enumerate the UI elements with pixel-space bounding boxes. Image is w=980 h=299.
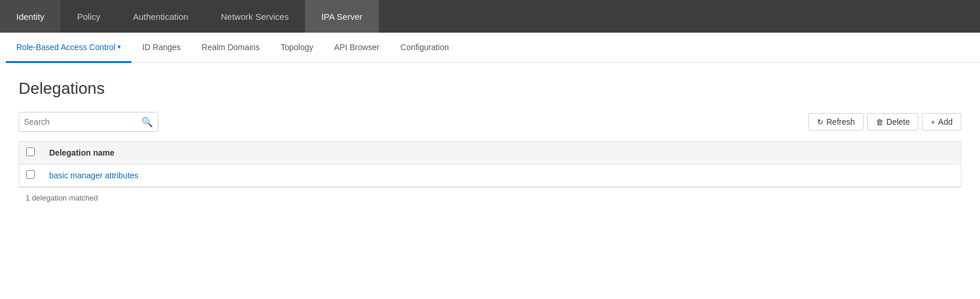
subnav-item-api-browser[interactable]: API Browser <box>324 33 390 63</box>
row-checkbox-cell <box>19 164 42 187</box>
refresh-icon: ↻ <box>817 118 823 126</box>
main-content: Delegations 🔍 ↻ Refresh 🗑 Delete + Add <box>0 63 980 224</box>
delegations-table: Delegation name basic manager attributes <box>19 141 961 187</box>
delegation-link[interactable]: basic manager attributes <box>49 171 139 180</box>
delete-label: Delete <box>886 117 910 126</box>
row-name-cell: basic manager attributes <box>42 164 961 187</box>
nav-item-policy[interactable]: Policy <box>61 0 116 33</box>
nav-label-policy: Policy <box>77 12 100 22</box>
delete-button[interactable]: 🗑 Delete <box>867 113 918 131</box>
nav-item-ipa-server[interactable]: IPA Server <box>305 0 379 33</box>
row-select-checkbox[interactable] <box>26 170 35 179</box>
nav-label-network-services: Network Services <box>221 12 289 22</box>
subnav-item-configuration[interactable]: Configuration <box>390 33 459 63</box>
top-navigation: Identity Policy Authentication Network S… <box>0 0 980 33</box>
table-footer: 1 delegation matched <box>19 187 961 208</box>
search-icon[interactable]: 🔍 <box>141 117 153 128</box>
subnav-label-topology: Topology <box>280 43 313 52</box>
column-header-name: Delegation name <box>42 142 961 164</box>
nav-label-identity: Identity <box>16 12 44 22</box>
table-header-row: Delegation name <box>19 142 961 164</box>
subnav-item-id-ranges[interactable]: ID Ranges <box>132 33 191 63</box>
subnav-label-rbac: Role-Based Access Control <box>16 43 115 52</box>
add-label: Add <box>938 117 953 126</box>
trash-icon: 🗑 <box>876 118 883 126</box>
nav-item-identity[interactable]: Identity <box>0 0 61 33</box>
action-buttons: ↻ Refresh 🗑 Delete + Add <box>808 113 961 131</box>
subnav-label-api-browser: API Browser <box>334 43 379 52</box>
subnav-item-realm-domains[interactable]: Realm Domains <box>191 33 271 63</box>
page-title: Delegations <box>19 79 961 98</box>
nav-label-authentication: Authentication <box>133 12 188 22</box>
plus-icon: + <box>931 118 935 126</box>
footer-text: 1 delegation matched <box>26 194 98 202</box>
refresh-button[interactable]: ↻ Refresh <box>808 113 864 131</box>
subnav-item-rbac[interactable]: Role-Based Access Control ▾ <box>6 33 132 63</box>
sub-navigation: Role-Based Access Control ▾ ID Ranges Re… <box>0 33 980 63</box>
search-container: 🔍 <box>19 112 158 132</box>
add-button[interactable]: + Add <box>922 113 961 131</box>
search-input[interactable] <box>24 117 141 126</box>
nav-label-ipa-server: IPA Server <box>321 12 363 22</box>
subnav-label-id-ranges: ID Ranges <box>142 43 180 52</box>
nav-item-authentication[interactable]: Authentication <box>116 0 204 33</box>
chevron-down-icon: ▾ <box>118 43 121 51</box>
subnav-label-realm-domains: Realm Domains <box>202 43 260 52</box>
subnav-label-configuration: Configuration <box>400 43 449 52</box>
toolbar: 🔍 ↻ Refresh 🗑 Delete + Add <box>19 112 961 132</box>
table-row: basic manager attributes <box>19 164 961 187</box>
header-checkbox-cell <box>19 142 42 164</box>
nav-item-network-services[interactable]: Network Services <box>204 0 305 33</box>
select-all-checkbox[interactable] <box>26 147 35 156</box>
refresh-label: Refresh <box>826 117 855 126</box>
subnav-item-topology[interactable]: Topology <box>270 33 324 63</box>
